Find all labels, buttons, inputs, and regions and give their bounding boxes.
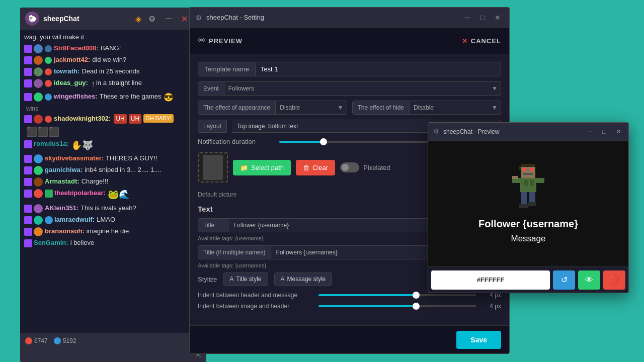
message-style-button[interactable]: A Message style <box>274 273 333 286</box>
preview-refresh-btn[interactable]: ↺ <box>553 270 575 290</box>
platform-icon <box>24 239 32 247</box>
appearance-effect-select[interactable]: The effect of appearance Disable ▼ <box>198 101 347 115</box>
avatar <box>45 94 52 101</box>
platform-icon <box>24 155 32 163</box>
indent-image-value: 4 px <box>481 303 501 310</box>
clear-button[interactable]: 🗑 Clear <box>296 160 335 175</box>
chat-messages: wag, you will make it Str8Faced000: BANG… <box>20 30 206 333</box>
appearance-dropdown[interactable]: Disable <box>276 101 334 114</box>
eye-hide-icon: 🚫 <box>609 275 619 285</box>
preview-footer: #FFFFFF ↺ 👁 🚫 <box>428 266 628 293</box>
pixelated-toggle[interactable]: Pixelated <box>340 162 390 172</box>
zombie-sprite <box>508 164 548 214</box>
svg-rect-9 <box>536 178 544 183</box>
stylize-label: Stylize <box>198 276 217 283</box>
preview-title: sheepChat - Preview <box>443 128 581 135</box>
emote: UH <box>129 114 141 124</box>
svg-rect-14 <box>524 180 528 186</box>
trash-icon: 🗑 <box>303 164 309 171</box>
indent-header-thumb[interactable] <box>413 292 420 299</box>
title-multiple-label: Title (if multiple names) <box>198 246 271 259</box>
indent-header-label: Indent between header and message <box>198 292 313 299</box>
cancel-label: CANCEL <box>471 37 501 45</box>
save-button[interactable]: Save <box>456 331 501 349</box>
indent-image-thumb[interactable] <box>413 303 420 310</box>
settings-minimize-btn[interactable]: ─ <box>462 12 473 23</box>
chat-minimize-btn[interactable]: ─ <box>163 13 174 24</box>
username: shadowknight302: <box>54 114 111 123</box>
duration-thumb[interactable] <box>320 138 327 145</box>
svg-rect-8 <box>512 176 518 179</box>
badge <box>45 190 53 198</box>
preview-title-display: Follower {username} <box>478 218 578 230</box>
message-text: i believe <box>70 238 95 247</box>
followers-count: 5192 <box>54 337 76 344</box>
avatar <box>34 177 43 187</box>
preview-show-btn[interactable]: 👁 <box>578 270 600 290</box>
chat-settings-btn[interactable]: ⚙ <box>145 13 158 25</box>
preview-hide-btn[interactable]: 🚫 <box>603 270 625 290</box>
message-text: THERES A GUY!! <box>106 154 157 163</box>
avatar <box>45 80 52 87</box>
toggle-thumb <box>342 164 349 171</box>
layout-label: Layout <box>198 120 227 133</box>
effects-row: The effect of appearance Disable ▼ The e… <box>198 101 501 115</box>
username: SenGamin: <box>34 238 68 247</box>
followers-value: 5192 <box>63 337 76 344</box>
svg-rect-4 <box>521 164 535 167</box>
select-path-button[interactable]: 📁 Select path <box>233 160 291 175</box>
platform-icon <box>24 79 32 87</box>
username: bransonsoh: <box>45 227 85 236</box>
preview-color-box[interactable]: #FFFFFF <box>431 270 550 290</box>
hide-effect-select[interactable]: The effect of hide Disable ▼ <box>352 101 502 115</box>
top-message-text: wag, you will make it <box>24 33 84 42</box>
chat-top-message: wag, you will make it <box>24 33 202 42</box>
chat-coin-icon[interactable]: ◈ <box>135 14 141 24</box>
toggle-track[interactable] <box>340 162 359 172</box>
preview-close-btn[interactable]: ✕ <box>613 127 623 137</box>
svg-rect-15 <box>530 180 534 186</box>
message-text: inb4 sniped in 3... 2.... 1.... <box>85 165 161 174</box>
emote: OH BABY! <box>143 114 174 123</box>
platform-icon <box>24 166 32 174</box>
emote: ⬛ <box>48 126 59 138</box>
chat-titlebar: 🐑 sheepChat ◈ ⚙ ─ ✕ + <box>20 8 206 30</box>
chat-panel: 🐑 sheepChat ◈ ⚙ ─ ✕ + wag, you will make… <box>20 8 206 362</box>
cancel-button[interactable]: ✕ CANCEL <box>462 37 501 45</box>
list-item: ⬛ ⬛ ⬛ <box>24 126 202 138</box>
hide-label: The effect of hide <box>353 101 410 114</box>
font-icon: A <box>229 276 233 283</box>
settings-close-btn[interactable]: ✕ <box>492 12 503 23</box>
image-thumbnail <box>203 155 223 180</box>
preview-button[interactable]: 👁 PREVIEW <box>198 36 243 45</box>
event-select[interactable]: Event Followers ▼ <box>198 81 501 96</box>
username: romulus1a: <box>34 139 69 148</box>
hide-dropdown[interactable]: Disable <box>410 101 489 114</box>
template-name-field[interactable]: Template name Test 1 <box>198 62 501 76</box>
followers-icon <box>54 337 61 344</box>
title-style-button[interactable]: A Title style <box>223 273 268 286</box>
emote: UH <box>114 114 126 124</box>
list-item: shadowknight302: UH UH OH BABY! <box>24 114 202 124</box>
svg-rect-5 <box>519 166 521 170</box>
platform-icon <box>24 205 32 213</box>
preview-maximize-btn[interactable]: □ <box>599 127 609 137</box>
settings-maximize-btn[interactable]: □ <box>477 12 488 23</box>
indent-image-slider[interactable] <box>318 305 476 307</box>
message-text: in a straight line <box>96 78 142 87</box>
chat-bottom-bar: ⇱ <box>20 349 206 362</box>
indent-header-slider[interactable] <box>318 294 476 296</box>
avatar <box>34 44 43 53</box>
message-text: Dead in 25 seconds <box>82 67 139 76</box>
event-dropdown[interactable]: Followers <box>224 82 489 95</box>
list-item: wingedfishes: These are the games 😎 <box>24 92 202 103</box>
duration-fill <box>279 141 324 143</box>
list-item: Str8Faced000: BANG! <box>24 44 202 53</box>
preview-content: Follower {username} Message <box>428 141 628 266</box>
preview-minimize-btn[interactable]: ─ <box>585 127 595 137</box>
avatar <box>34 67 43 76</box>
username: gaunichiwa: <box>45 165 83 174</box>
avatar <box>34 93 43 102</box>
preview-message-display: Message <box>511 234 546 244</box>
settings-toolbar: 👁 PREVIEW ✕ CANCEL <box>190 28 509 54</box>
